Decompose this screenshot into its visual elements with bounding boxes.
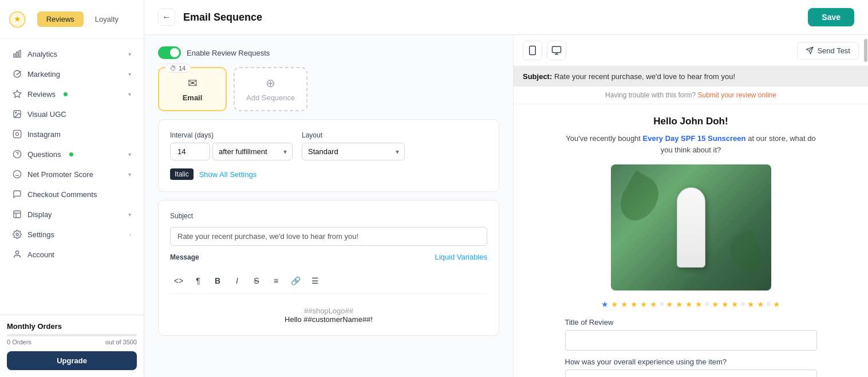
sidebar-label-checkout: Checkout Comments xyxy=(27,190,97,199)
orders-out-of: out of 3500 xyxy=(105,339,137,345)
sidebar-item-instagram[interactable]: Instagram xyxy=(3,124,140,144)
star-5[interactable]: ★ xyxy=(640,300,648,309)
star-15[interactable]: ★ xyxy=(757,300,764,309)
star-12[interactable]: ★ xyxy=(721,300,729,309)
help-circle-icon xyxy=(13,150,22,159)
send-test-button[interactable]: Send Test xyxy=(797,42,859,60)
paragraph-tool-btn[interactable]: ¶ xyxy=(190,273,207,289)
star-7[interactable]: ★ xyxy=(666,300,673,309)
star-13[interactable]: ★ xyxy=(731,300,739,309)
after-select[interactable]: after fulfillment after order after deli… xyxy=(212,143,293,160)
star-9[interactable]: ★ xyxy=(685,300,693,309)
sidebar-item-checkout-comments[interactable]: Checkout Comments xyxy=(3,184,140,204)
bold-tool-btn[interactable]: B xyxy=(209,273,226,289)
questions-dot xyxy=(69,152,73,156)
liquid-variables-link[interactable]: Liquid Variables xyxy=(435,253,487,261)
sidebar-label-account: Account xyxy=(27,250,54,259)
italic-tool-btn[interactable]: I xyxy=(228,273,246,289)
sidebar-label-nps: Net Promoter Score xyxy=(27,170,93,179)
svg-point-19 xyxy=(16,233,18,235)
main-header: ← Email Sequence Save xyxy=(144,0,868,35)
orders-section: Monthly Orders 0 Orders out of 3500 xyxy=(7,322,137,345)
desktop-icon xyxy=(551,45,562,56)
sidebar-item-analytics[interactable]: Analytics ▾ xyxy=(3,44,140,64)
subject-label: Subject xyxy=(170,212,487,220)
sidebar-item-display[interactable]: Display ▾ xyxy=(3,205,140,224)
enable-row: Enable Review Requests xyxy=(158,46,499,59)
subject-prefix: Subject: xyxy=(523,72,552,81)
sequence-row: ⏱ 14 ✉ Email ⊕ Add Sequence xyxy=(158,67,499,111)
subject-input[interactable] xyxy=(170,227,487,246)
show-all-settings-link[interactable]: Show All Settings xyxy=(199,170,257,179)
star-14[interactable]: ★ xyxy=(747,300,755,309)
email-sequence-card[interactable]: ⏱ 14 ✉ Email xyxy=(158,67,227,111)
code-tool-btn[interactable]: <> xyxy=(170,273,187,289)
interval-input[interactable] xyxy=(170,143,210,160)
image-icon xyxy=(13,109,22,119)
sidebar-item-marketing[interactable]: Marketing ▾ xyxy=(3,64,140,84)
monthly-orders-label: Monthly Orders xyxy=(7,322,137,331)
overall-exp-input[interactable] xyxy=(565,370,817,377)
clock-icon: ⏱ xyxy=(170,65,176,72)
preview-trouble: Having trouble with this form? Submit yo… xyxy=(514,87,868,104)
body-before: You've recently bought xyxy=(566,134,641,143)
logo-area: ★ Reviews Loyalty xyxy=(0,0,144,39)
strikethrough-tool-btn[interactable]: S xyxy=(248,273,265,289)
sidebar: ★ Reviews Loyalty Analytics ▾ Marketing … xyxy=(0,0,144,377)
sidebar-item-nps[interactable]: Net Promoter Score ▾ xyxy=(3,164,140,184)
add-sequence-label: Add Sequence xyxy=(246,93,295,102)
upgrade-button[interactable]: Upgrade xyxy=(7,351,137,370)
star-1[interactable]: ★ xyxy=(601,300,609,309)
list-tool-btn[interactable]: ≡ xyxy=(267,273,285,289)
product-link[interactable]: Every Day SPF 15 Sunscreen xyxy=(643,134,746,143)
chevron-marketing: ▾ xyxy=(128,71,131,77)
layout-label: Layout xyxy=(302,131,405,139)
save-button[interactable]: Save xyxy=(808,8,854,26)
svg-point-8 xyxy=(15,112,17,113)
badge-number: 14 xyxy=(179,65,186,72)
tab-reviews[interactable]: Reviews xyxy=(37,11,84,27)
circle-1: ○ xyxy=(660,300,664,309)
back-button[interactable]: ← xyxy=(158,9,175,26)
star-10[interactable]: ★ xyxy=(695,300,703,309)
sidebar-nav: Analytics ▾ Marketing ▾ Reviews ▾ xyxy=(0,39,144,315)
star-2[interactable]: ★ xyxy=(611,300,618,309)
sidebar-item-reviews[interactable]: Reviews ▾ xyxy=(3,84,140,104)
message-greeting: Hello ##customerName##! xyxy=(170,315,487,324)
sidebar-item-visual-ugc[interactable]: Visual UGC xyxy=(3,104,140,124)
sidebar-label-settings: Settings xyxy=(27,230,54,239)
sidebar-label-visual-ugc: Visual UGC xyxy=(27,110,66,119)
star-11[interactable]: ★ xyxy=(712,300,719,309)
link-tool-btn[interactable]: 🔗 xyxy=(287,273,304,289)
product-tube xyxy=(677,187,705,268)
trouble-link[interactable]: Submit your review online xyxy=(698,91,776,99)
preview-panel: Send Test Subject: Rate your recent purc… xyxy=(513,35,868,377)
svg-marker-6 xyxy=(13,90,21,97)
orders-bar-bg xyxy=(7,334,137,336)
add-sequence-card[interactable]: ⊕ Add Sequence xyxy=(234,67,307,111)
bar-chart-icon xyxy=(13,49,22,58)
tab-loyalty[interactable]: Loyalty xyxy=(86,11,128,27)
svg-text:★: ★ xyxy=(14,14,21,23)
star-icon xyxy=(13,89,22,99)
star-8[interactable]: ★ xyxy=(676,300,683,309)
desktop-device-btn[interactable] xyxy=(547,41,566,60)
svg-rect-3 xyxy=(17,52,18,57)
sidebar-item-questions[interactable]: Questions ▾ xyxy=(3,144,140,164)
title-review-input[interactable] xyxy=(565,330,817,351)
star-4[interactable]: ★ xyxy=(630,300,638,309)
preview-subject-text: Rate your recent purchase, we'd love to … xyxy=(554,72,735,81)
layout-select[interactable]: Standard Minimal Rich xyxy=(302,143,405,160)
mobile-device-btn[interactable] xyxy=(523,41,542,60)
sidebar-item-settings[interactable]: Settings › xyxy=(3,225,140,244)
circle-4: ○ xyxy=(767,300,771,309)
star-6[interactable]: ★ xyxy=(650,300,657,309)
star-16[interactable]: ★ xyxy=(773,300,780,309)
enable-toggle[interactable] xyxy=(158,46,181,59)
svg-rect-2 xyxy=(14,54,15,57)
toggle-slider xyxy=(158,46,181,59)
chevron-analytics: ▾ xyxy=(128,51,131,57)
align-tool-btn[interactable]: ☰ xyxy=(306,273,323,289)
star-3[interactable]: ★ xyxy=(621,300,628,309)
sidebar-item-account[interactable]: Account xyxy=(3,245,140,264)
